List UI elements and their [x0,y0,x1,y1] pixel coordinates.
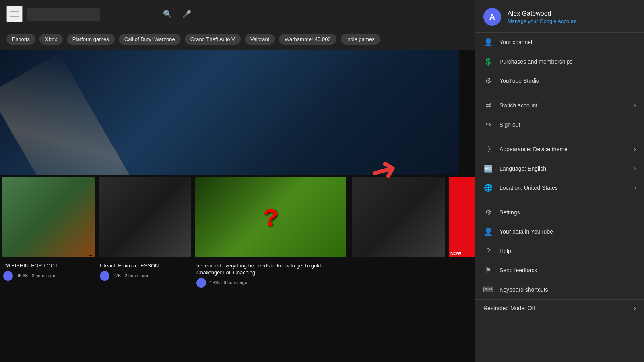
video-time-2: 2 hours ago [125,273,148,278]
menu-item-purchases[interactable]: 💲 Purchases and memberships [475,52,644,71]
hero-banner [0,50,459,175]
language-label: Language: English [500,165,627,172]
menu-item-send-feedback[interactable]: ⚑ Send feedback [475,261,644,280]
video-title-3: he learned everything he needs to know t… [196,263,347,276]
menu-item-language[interactable]: 🔤 Language: English › [475,159,644,178]
keyboard-icon: ⌨ [483,285,493,294]
search-button[interactable]: 🔍 [159,6,175,22]
menu-item-help[interactable]: ? Help [475,241,644,261]
video-info-3: he learned everything he needs to know t… [193,259,350,291]
sign-out-label: Sign out [500,121,636,128]
video-info-2: I Teach Emiru a LESSON... 27K · 2 hours … [97,259,193,284]
menu-item-location[interactable]: 🌐 Location: United States › [475,178,644,197]
signout-icon: ↪ [483,120,493,130]
video-title-1: I'M FISHIN' FOR LOOT [3,263,93,269]
mic-button[interactable]: 🎤 [179,6,195,22]
chip-indie[interactable]: Indie games [341,34,380,45]
switch-account-label: Switch account [500,102,627,109]
video-meta-3: 196K · 9 hours ago [196,278,347,288]
location-label: Location: United States [500,185,627,191]
logo [27,8,100,21]
video-time-3: 9 hours ago [224,280,247,285]
globe-icon: 🌐 [483,183,493,193]
video-card-3[interactable]: ? he learned everything he needs to know… [193,175,350,362]
video-thumbnail-3: ? [195,177,346,257]
person-icon: 👤 [483,37,493,47]
chip-esports[interactable]: Esports [6,34,35,45]
profile-info: Alex Gatewood Manage your Google Account [508,10,576,24]
location-chevron-icon: › [634,184,636,191]
hamburger-line [10,14,19,14]
header-left [6,6,159,22]
chip-cod[interactable]: Call of Duty: Warzone [119,34,181,45]
video-views-3: 196K [210,280,220,285]
moon-icon: ☽ [483,144,493,154]
switch-icon: ⇄ [483,101,493,110]
youtube-studio-label: YouTube Studio [500,78,636,84]
restricted-chevron-icon: › [634,304,636,312]
menu-item-restricted-mode[interactable]: Restricted Mode: Off › [475,299,644,317]
menu-item-switch-account[interactable]: ⇄ Switch account › [475,96,644,115]
video-views-1: 95.6K [17,273,28,278]
chip-warhammer[interactable]: Warhammer 40,000 [279,34,336,45]
chip-xbox[interactable]: Xbox [39,34,63,45]
studio-icon: ⚙ [483,76,493,86]
restricted-mode-label: Restricted Mode: Off [483,305,627,311]
video-duration-1 [89,255,92,256]
settings-label: Settings [500,209,636,216]
hamburger-button[interactable] [6,6,23,22]
your-channel-label: Your channel [500,39,636,45]
keyboard-shortcuts-label: Keyboard shortcuts [500,286,636,293]
video-views-2: 27K [113,273,121,278]
language-chevron-icon: › [634,165,636,172]
videos-area: I'M FISHIN' FOR LOOT 95.6K · 2 hours ago… [0,175,459,362]
help-icon: ? [483,246,493,256]
profile-avatar: A [483,8,501,26]
send-feedback-label: Send feedback [500,267,636,274]
video-card-1[interactable]: I'M FISHIN' FOR LOOT 95.6K · 2 hours ago [0,175,97,362]
channel-avatar-2 [100,271,109,281]
video-card-4[interactable] [350,175,447,362]
menu-divider-1 [475,93,644,93]
menu-item-settings[interactable]: ⚙ Settings [475,203,644,222]
menu-item-youtube-studio[interactable]: ⚙ YouTube Studio [475,71,644,90]
video-info-1: I'M FISHIN' FOR LOOT 95.6K · 2 hours ago [0,259,97,284]
video-title-2: I Teach Emiru a LESSON... [100,263,190,269]
video-thumbnail-4 [352,177,445,257]
menu-item-appearance[interactable]: ☽ Appearance: Device theme › [475,140,644,159]
switch-chevron-icon: › [634,102,636,109]
dollar-icon: 💲 [483,57,493,66]
menu-divider-2 [475,137,644,137]
appearance-chevron-icon: › [634,146,636,153]
hamburger-line [10,11,19,12]
chip-gta[interactable]: Grand Theft Auto V [185,34,241,45]
menu-item-your-data[interactable]: 👤 Your data in YouTube [475,222,644,241]
chip-valorant[interactable]: Valorant [245,34,275,45]
video-thumbnail-1 [2,177,95,257]
video-meta-2: 27K · 2 hours ago [100,271,190,281]
manage-account-link[interactable]: Manage your Google Account [508,18,576,24]
menu-item-keyboard-shortcuts[interactable]: ⌨ Keyboard shortcuts [475,280,644,299]
menu-divider-3 [475,200,644,200]
channel-avatar-3 [196,278,206,288]
menu-item-your-channel[interactable]: 👤 Your channel [475,33,644,52]
profile-name: Alex Gatewood [508,10,576,17]
video-meta-1: 95.6K · 2 hours ago [3,271,93,281]
hamburger-line [10,16,19,17]
purchases-label: Purchases and memberships [500,58,636,65]
chip-platform-games[interactable]: Platform games [67,34,115,45]
account-dropdown: A Alex Gatewood Manage your Google Accou… [475,0,644,362]
translate-icon: 🔤 [483,164,493,173]
thumbnail-overlay-3: ? [263,204,278,231]
video-live-label-5: NOW [450,251,461,256]
hero-streak [0,53,140,175]
video-time-1: 2 hours ago [32,273,55,278]
appearance-label: Appearance: Device theme [500,146,627,152]
data-icon: 👤 [483,227,493,237]
profile-section: A Alex Gatewood Manage your Google Accou… [475,0,644,33]
menu-item-sign-out[interactable]: ↪ Sign out [475,115,644,134]
video-card-2[interactable]: I Teach Emiru a LESSON... 27K · 2 hours … [97,175,193,362]
video-thumbnail-2 [99,177,191,257]
feedback-icon: ⚑ [483,265,493,275]
channel-avatar-1 [3,271,13,281]
